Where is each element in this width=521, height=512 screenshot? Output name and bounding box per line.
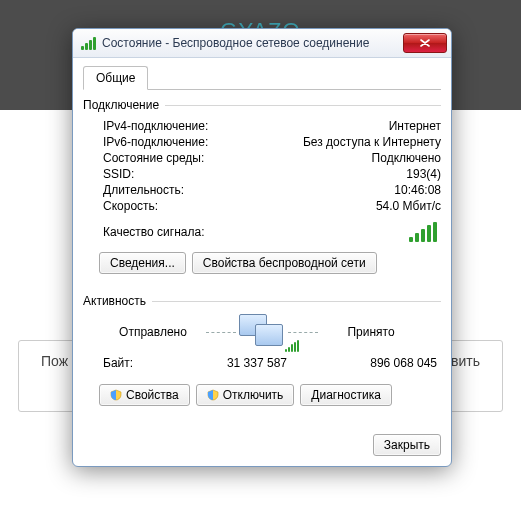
close-icon bbox=[420, 39, 430, 47]
signal-bars-icon bbox=[409, 222, 441, 242]
diagnose-button[interactable]: Диагностика bbox=[300, 384, 392, 406]
row-ipv6: IPv6-подключение: Без доступа к Интернет… bbox=[83, 134, 441, 150]
activity-title: Активность bbox=[83, 294, 146, 308]
duration-value: 10:46:08 bbox=[394, 183, 441, 197]
bytes-received-value: 896 068 045 bbox=[327, 356, 439, 370]
dashed-line-icon bbox=[288, 332, 318, 333]
speed-value: 54.0 Мбит/с bbox=[376, 199, 441, 213]
details-button[interactable]: Сведения... bbox=[99, 252, 186, 274]
properties-button[interactable]: Свойства bbox=[99, 384, 190, 406]
signal-label: Качество сигнала: bbox=[103, 225, 204, 239]
activity-diagram: Отправлено Принято bbox=[83, 314, 441, 350]
connection-group: Подключение IPv4-подключение: Интернет I… bbox=[83, 98, 441, 282]
row-ipv4: IPv4-подключение: Интернет bbox=[83, 118, 441, 134]
shield-icon bbox=[207, 389, 219, 401]
mini-signal-icon bbox=[285, 340, 299, 352]
media-label: Состояние среды: bbox=[103, 151, 204, 165]
media-value: Подключено bbox=[372, 151, 441, 165]
ipv4-label: IPv4-подключение: bbox=[103, 119, 208, 133]
duration-label: Длительность: bbox=[103, 183, 184, 197]
row-signal: Качество сигнала: bbox=[83, 214, 441, 248]
sent-label: Отправлено bbox=[103, 325, 203, 339]
bg-text-left: Пож bbox=[41, 353, 68, 399]
wireless-properties-button[interactable]: Свойства беспроводной сети bbox=[192, 252, 377, 274]
ssid-label: SSID: bbox=[103, 167, 134, 181]
row-duration: Длительность: 10:46:08 bbox=[83, 182, 441, 198]
activity-group: Активность Отправлено Принято Байт: bbox=[83, 286, 441, 414]
divider bbox=[152, 301, 441, 302]
disable-button[interactable]: Отключить bbox=[196, 384, 295, 406]
bytes-sent-value: 31 337 587 bbox=[175, 356, 327, 370]
connection-title: Подключение bbox=[83, 98, 159, 112]
ipv6-value: Без доступа к Интернету bbox=[303, 135, 441, 149]
wifi-signal-icon bbox=[81, 37, 96, 50]
row-media: Состояние среды: Подключено bbox=[83, 150, 441, 166]
divider bbox=[165, 105, 441, 106]
shield-icon bbox=[110, 389, 122, 401]
tab-general[interactable]: Общие bbox=[83, 66, 148, 90]
row-speed: Скорость: 54.0 Мбит/с bbox=[83, 198, 441, 214]
close-button[interactable] bbox=[403, 33, 447, 53]
bytes-label: Байт: bbox=[103, 356, 175, 370]
window-title: Состояние - Беспроводное сетевое соедине… bbox=[102, 36, 369, 50]
row-ssid: SSID: 193(4) bbox=[83, 166, 441, 182]
speed-label: Скорость: bbox=[103, 199, 158, 213]
ipv4-value: Интернет bbox=[389, 119, 441, 133]
bg-text-right: вить bbox=[451, 353, 480, 399]
tabstrip: Общие bbox=[83, 66, 441, 90]
ipv6-label: IPv6-подключение: bbox=[103, 135, 208, 149]
close-dialog-button[interactable]: Закрыть bbox=[373, 434, 441, 456]
computers-icon bbox=[239, 314, 285, 350]
bytes-row: Байт: 31 337 587 896 068 045 bbox=[83, 356, 441, 380]
dialog-footer: Закрыть bbox=[73, 428, 451, 466]
dashed-line-icon bbox=[206, 332, 236, 333]
ssid-value: 193(4) bbox=[406, 167, 441, 181]
received-label: Принято bbox=[321, 325, 421, 339]
titlebar[interactable]: Состояние - Беспроводное сетевое соедине… bbox=[73, 29, 451, 58]
status-dialog: Состояние - Беспроводное сетевое соедине… bbox=[72, 28, 452, 467]
